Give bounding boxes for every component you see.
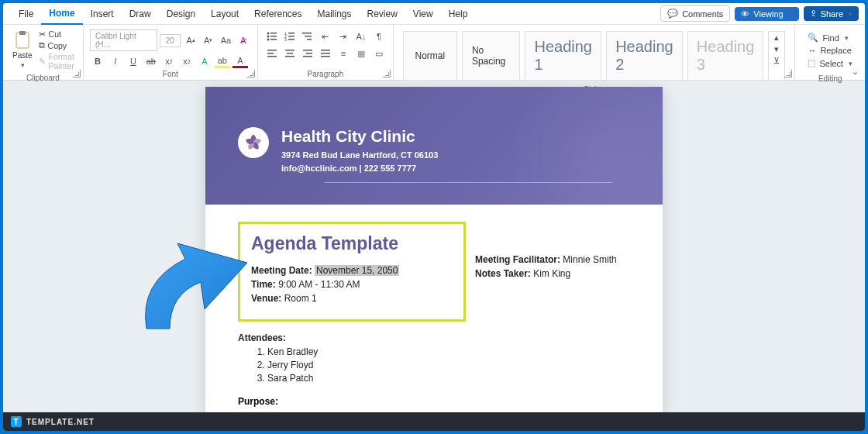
- dialog-launcher-icon[interactable]: [784, 70, 792, 78]
- svg-rect-7: [270, 39, 277, 40]
- paste-button[interactable]: Paste▾: [9, 28, 36, 72]
- share-button[interactable]: ⇪Share▾: [804, 6, 859, 21]
- group-label-paragraph: Paragraph: [264, 68, 387, 78]
- svg-point-2: [267, 33, 269, 35]
- highlight-button[interactable]: ab: [215, 54, 230, 68]
- svg-rect-16: [307, 39, 312, 40]
- clear-format-button[interactable]: A̷: [236, 33, 251, 47]
- dialog-launcher-icon[interactable]: [73, 70, 81, 78]
- dialog-launcher-icon[interactable]: [383, 70, 391, 78]
- template-logo-icon: T: [11, 416, 22, 427]
- shrink-font-button[interactable]: A▾: [201, 33, 216, 47]
- svg-rect-3: [270, 33, 277, 34]
- svg-text:3: 3: [284, 37, 287, 41]
- menu-design[interactable]: Design: [159, 4, 203, 24]
- menu-review[interactable]: Review: [360, 4, 405, 24]
- document-canvas[interactable]: Health City Clinic 3974 Red Bud Lane Har…: [3, 81, 865, 412]
- header-divider: [325, 182, 611, 183]
- select-button[interactable]: ⬚Select▾: [808, 57, 852, 70]
- menu-home[interactable]: Home: [41, 3, 82, 25]
- outdent-button[interactable]: ⇤: [318, 29, 333, 43]
- svg-rect-20: [285, 50, 294, 51]
- font-size-select[interactable]: 20: [160, 34, 181, 47]
- svg-rect-5: [270, 36, 277, 37]
- menu-draw[interactable]: Draw: [122, 4, 159, 24]
- svg-rect-22: [285, 56, 294, 57]
- list-item: Jerry Floyd: [267, 360, 630, 370]
- styles-down-button[interactable]: ▾: [769, 43, 784, 55]
- selected-text[interactable]: November 15, 2050: [315, 265, 399, 276]
- attendees-list: Ken Bradley Jerry Floyd Sara Patch: [267, 346, 630, 384]
- styles-more-button[interactable]: ⊻: [769, 55, 784, 67]
- find-button[interactable]: 🔍Find▾: [808, 31, 852, 44]
- numbering-button[interactable]: 123: [282, 29, 298, 43]
- svg-rect-27: [321, 53, 330, 54]
- menu-layout[interactable]: Layout: [203, 4, 246, 24]
- style-heading-3[interactable]: Heading 3: [687, 31, 764, 81]
- clipboard-icon: [14, 31, 31, 50]
- multilevel-button[interactable]: [300, 29, 315, 43]
- svg-rect-26: [321, 50, 330, 51]
- svg-rect-28: [321, 56, 330, 57]
- menu-help[interactable]: Help: [441, 4, 476, 24]
- menu-bar: File Home Insert Draw Design Layout Refe…: [3, 3, 865, 25]
- format-painter-button[interactable]: ✎Format Painter: [39, 52, 77, 71]
- bullets-button[interactable]: [264, 29, 280, 43]
- cut-button[interactable]: ✂Cut: [39, 29, 77, 39]
- svg-rect-21: [287, 53, 293, 54]
- scissors-icon: ✂: [39, 29, 46, 39]
- align-center-button[interactable]: [282, 46, 298, 60]
- italic-button[interactable]: I: [108, 54, 123, 68]
- svg-rect-15: [305, 36, 312, 37]
- group-label-font: Font: [90, 68, 251, 78]
- collapse-ribbon-button[interactable]: ⌄: [852, 67, 859, 77]
- superscript-button[interactable]: x2: [179, 54, 195, 68]
- svg-rect-24: [306, 53, 312, 54]
- menu-view[interactable]: View: [405, 4, 441, 24]
- subscript-button[interactable]: x2: [161, 54, 177, 68]
- align-left-button[interactable]: [264, 46, 280, 60]
- grow-font-button[interactable]: A▴: [183, 33, 198, 47]
- style-heading-1[interactable]: Heading 1: [525, 31, 601, 81]
- copy-button[interactable]: ⧉Copy: [39, 40, 77, 50]
- svg-rect-14: [302, 33, 312, 34]
- styles-up-button[interactable]: ▴: [769, 32, 784, 43]
- highlighted-region: Agenda Template Meeting Date: November 1…: [238, 222, 466, 322]
- justify-button[interactable]: [318, 46, 333, 60]
- style-heading-2[interactable]: Heading 2: [606, 31, 683, 81]
- purpose-label: Purpose:: [238, 396, 630, 407]
- strike-button[interactable]: ab: [143, 54, 159, 68]
- font-name-select[interactable]: Calibri Light (H…: [90, 29, 157, 51]
- indent-button[interactable]: ⇥: [336, 29, 351, 43]
- replace-button[interactable]: ↔Replace: [808, 44, 852, 57]
- document-title: Agenda Template: [251, 233, 453, 254]
- bold-button[interactable]: B: [90, 54, 105, 68]
- style-no-spacing[interactable]: No Spacing: [462, 31, 520, 81]
- shading-button[interactable]: ▦: [353, 46, 369, 60]
- line-spacing-button[interactable]: ≡: [336, 46, 351, 60]
- viewing-button[interactable]: 👁Viewing▾: [735, 7, 798, 21]
- font-color-button[interactable]: A: [232, 54, 248, 68]
- show-marks-button[interactable]: ¶: [371, 29, 387, 43]
- footer-brand: TEMPLATE.NET: [26, 418, 95, 426]
- text-effects-button[interactable]: A: [197, 54, 212, 68]
- menu-mailings[interactable]: Mailings: [309, 4, 359, 24]
- underline-button[interactable]: U: [126, 54, 141, 68]
- menu-references[interactable]: References: [246, 4, 309, 24]
- clinic-logo-icon: [238, 127, 269, 158]
- share-icon: ⇪: [810, 9, 817, 19]
- borders-button[interactable]: ▭: [371, 46, 387, 60]
- align-right-button[interactable]: [300, 46, 315, 60]
- svg-rect-23: [303, 50, 312, 51]
- style-normal[interactable]: Normal: [403, 31, 457, 81]
- menu-insert[interactable]: Insert: [83, 4, 122, 24]
- comments-button[interactable]: 💬Comments: [660, 5, 730, 22]
- menu-file[interactable]: File: [11, 4, 41, 24]
- list-item: Ken Bradley: [267, 346, 630, 357]
- comment-icon: 💬: [667, 9, 678, 19]
- svg-rect-9: [288, 33, 294, 34]
- change-case-button[interactable]: Aa: [219, 33, 234, 47]
- clinic-contact: info@hcclinic.com | 222 555 7777: [281, 162, 630, 175]
- sort-button[interactable]: A↓: [353, 29, 369, 43]
- dialog-launcher-icon[interactable]: [247, 70, 255, 78]
